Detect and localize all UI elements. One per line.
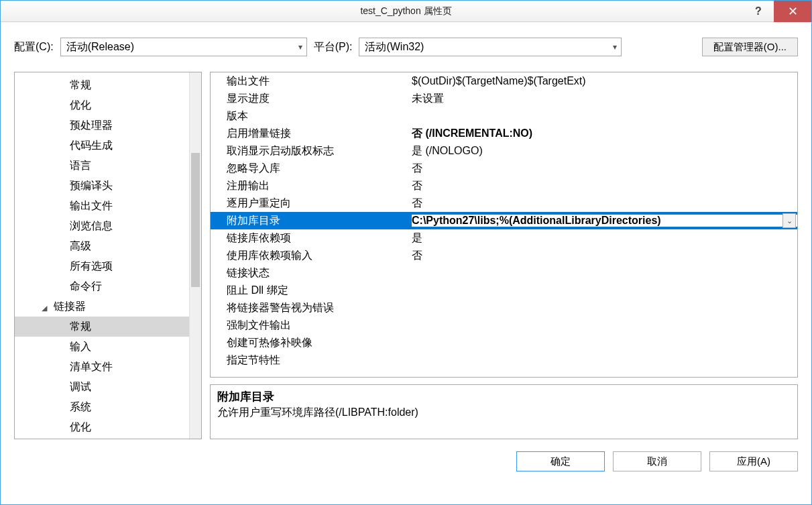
tree-item[interactable]: 调试 [15, 377, 201, 397]
tree-scrollbar-thumb[interactable] [191, 153, 200, 287]
property-row[interactable]: 强制文件输出 [211, 317, 797, 334]
tree-item[interactable]: 高级 [15, 236, 201, 256]
tree-item[interactable]: 常规 [15, 75, 201, 95]
property-value: 否 [412, 197, 797, 211]
description-body: 允许用户重写环境库路径(/LIBPATH:folder) [217, 406, 791, 420]
property-row[interactable]: 链接库依赖项是 [211, 229, 797, 247]
property-row[interactable]: 使用库依赖项输入否 [211, 247, 797, 264]
tree-item[interactable]: 预编译头 [15, 176, 201, 196]
tree-item[interactable]: 嵌入的 IDL [15, 437, 201, 439]
property-row[interactable]: 显示进度未设置 [211, 90, 797, 107]
property-row[interactable]: 输出文件$(OutDir)$(TargetName)$(TargetExt) [211, 72, 797, 90]
property-dropdown-button[interactable]: ⌄ [782, 213, 796, 228]
property-key: 链接状态 [211, 266, 412, 280]
right-panel: 输出文件$(OutDir)$(TargetName)$(TargetExt)显示… [210, 72, 798, 439]
property-key: 逐用户重定向 [211, 197, 412, 211]
tree-item[interactable]: 输出文件 [15, 196, 201, 216]
property-value: 是 [412, 231, 797, 245]
window-controls: ? [743, 1, 811, 22]
tree-item[interactable]: 预处理器 [15, 115, 201, 135]
property-key: 将链接器警告视为错误 [211, 301, 412, 315]
property-value[interactable]: C:\Python27\libs;%(AdditionalLibraryDire… [412, 215, 797, 227]
tree-item[interactable]: 清单文件 [15, 357, 201, 377]
tree-item[interactable]: 所有选项 [15, 256, 201, 276]
tree-item[interactable]: 浏览信息 [15, 216, 201, 236]
property-row[interactable]: 阻止 Dll 绑定 [211, 282, 797, 299]
property-row[interactable]: 启用增量链接否 (/INCREMENTAL:NO) [211, 125, 797, 142]
property-row[interactable]: 逐用户重定向否 [211, 194, 797, 212]
tree-item[interactable]: 常规 [15, 317, 201, 337]
platform-label: 平台(P): [314, 40, 353, 54]
chevron-down-icon: ▾ [298, 42, 302, 52]
property-key: 输出文件 [211, 74, 412, 89]
toolbar: 配置(C): 活动(Release) ▾ 平台(P): 活动(Win32) ▾ … [1, 22, 811, 64]
tree-item[interactable]: 命令行 [15, 276, 201, 296]
property-value: 未设置 [412, 92, 797, 106]
ok-button[interactable]: 确定 [516, 451, 605, 471]
tree-item[interactable]: 优化 [15, 95, 201, 115]
description-title: 附加库目录 [217, 389, 791, 404]
description-panel: 附加库目录 允许用户重写环境库路径(/LIBPATH:folder) [210, 384, 798, 439]
property-key: 显示进度 [211, 92, 412, 106]
config-label: 配置(C): [14, 40, 54, 54]
property-key: 版本 [211, 109, 412, 123]
tree-scrollbar[interactable] [189, 72, 201, 439]
tree-item[interactable]: 输入 [15, 337, 201, 357]
category-tree[interactable]: 常规优化预处理器代码生成语言预编译头输出文件浏览信息高级所有选项命令行链接器常规… [15, 72, 201, 439]
property-row[interactable]: 忽略导入库否 [211, 160, 797, 177]
property-key: 忽略导入库 [211, 162, 412, 176]
help-button[interactable]: ? [743, 1, 774, 22]
property-value: 否 [412, 249, 797, 263]
property-key: 使用库依赖项输入 [211, 249, 412, 263]
tree-group[interactable]: 链接器 [15, 296, 201, 317]
property-row[interactable]: 创建可热修补映像 [211, 334, 797, 351]
config-manager-button[interactable]: 配置管理器(O)... [702, 38, 798, 56]
property-value: 否 [412, 179, 797, 193]
property-key: 注册输出 [211, 179, 412, 193]
property-row[interactable]: 取消显示启动版权标志是 (/NOLOGO) [211, 142, 797, 160]
property-key: 阻止 Dll 绑定 [211, 284, 412, 298]
config-combobox[interactable]: 活动(Release) ▾ [60, 38, 307, 56]
property-value: 否 (/INCREMENTAL:NO) [412, 127, 797, 141]
platform-value: 活动(Win32) [365, 40, 424, 54]
tree-item[interactable]: 系统 [15, 397, 201, 417]
property-key: 启用增量链接 [211, 127, 412, 141]
property-value: 是 (/NOLOGO) [412, 144, 797, 158]
property-row[interactable]: 版本 [211, 107, 797, 125]
platform-combobox[interactable]: 活动(Win32) ▾ [359, 38, 622, 56]
content-area: 常规优化预处理器代码生成语言预编译头输出文件浏览信息高级所有选项命令行链接器常规… [1, 64, 811, 439]
tree-item[interactable]: 优化 [15, 417, 201, 437]
property-key: 创建可热修补映像 [211, 336, 412, 350]
tree-item[interactable]: 语言 [15, 156, 201, 176]
property-row[interactable]: 链接状态 [211, 264, 797, 282]
close-button[interactable] [774, 1, 811, 22]
property-key: 取消显示启动版权标志 [211, 144, 412, 158]
property-grid[interactable]: 输出文件$(OutDir)$(TargetName)$(TargetExt)显示… [210, 72, 798, 378]
property-key: 链接库依赖项 [211, 231, 412, 245]
dialog-footer: 确定 取消 应用(A) [1, 439, 811, 471]
property-row[interactable]: 注册输出否 [211, 177, 797, 194]
category-tree-panel: 常规优化预处理器代码生成语言预编译头输出文件浏览信息高级所有选项命令行链接器常规… [14, 72, 202, 439]
config-value: 活动(Release) [66, 40, 134, 54]
chevron-down-icon: ▾ [613, 42, 617, 52]
property-row[interactable]: 附加库目录C:\Python27\libs;%(AdditionalLibrar… [211, 212, 797, 229]
apply-button[interactable]: 应用(A) [709, 451, 798, 471]
property-row[interactable]: 指定节特性 [211, 351, 797, 369]
property-key: 指定节特性 [211, 353, 412, 368]
tree-item[interactable]: 代码生成 [15, 135, 201, 156]
property-key: 附加库目录 [211, 214, 412, 228]
property-key: 强制文件输出 [211, 319, 412, 333]
window-title: test_C_python 属性页 [360, 5, 451, 17]
titlebar: test_C_python 属性页 ? [1, 1, 811, 22]
property-value: $(OutDir)$(TargetName)$(TargetExt) [412, 75, 797, 87]
cancel-button[interactable]: 取消 [613, 451, 701, 471]
property-row[interactable]: 将链接器警告视为错误 [211, 299, 797, 317]
property-value: 否 [412, 162, 797, 176]
